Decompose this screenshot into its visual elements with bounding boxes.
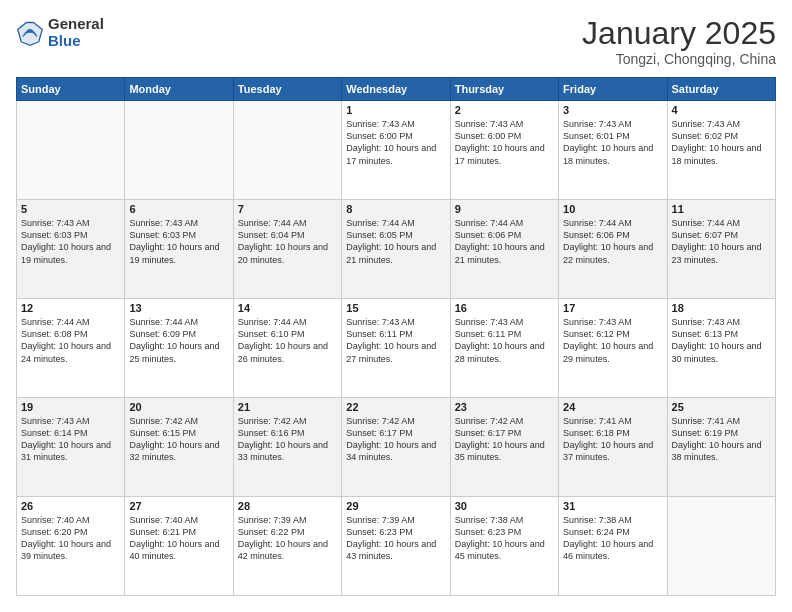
calendar-cell (17, 101, 125, 200)
calendar-cell: 26Sunrise: 7:40 AM Sunset: 6:20 PM Dayli… (17, 497, 125, 596)
day-number: 5 (21, 203, 120, 215)
day-number: 22 (346, 401, 445, 413)
calendar-cell: 31Sunrise: 7:38 AM Sunset: 6:24 PM Dayli… (559, 497, 667, 596)
day-number: 16 (455, 302, 554, 314)
cell-text: Sunrise: 7:39 AM Sunset: 6:22 PM Dayligh… (238, 514, 337, 563)
calendar-cell: 5Sunrise: 7:43 AM Sunset: 6:03 PM Daylig… (17, 200, 125, 299)
calendar-cell: 21Sunrise: 7:42 AM Sunset: 6:16 PM Dayli… (233, 398, 341, 497)
calendar-cell: 16Sunrise: 7:43 AM Sunset: 6:11 PM Dayli… (450, 299, 558, 398)
day-number: 9 (455, 203, 554, 215)
cell-text: Sunrise: 7:39 AM Sunset: 6:23 PM Dayligh… (346, 514, 445, 563)
location: Tongzi, Chongqing, China (582, 51, 776, 67)
calendar-cell: 6Sunrise: 7:43 AM Sunset: 6:03 PM Daylig… (125, 200, 233, 299)
cell-text: Sunrise: 7:43 AM Sunset: 6:00 PM Dayligh… (455, 118, 554, 167)
day-number: 19 (21, 401, 120, 413)
cell-text: Sunrise: 7:43 AM Sunset: 6:01 PM Dayligh… (563, 118, 662, 167)
calendar-cell (125, 101, 233, 200)
day-number: 1 (346, 104, 445, 116)
cell-text: Sunrise: 7:44 AM Sunset: 6:08 PM Dayligh… (21, 316, 120, 365)
calendar-cell: 15Sunrise: 7:43 AM Sunset: 6:11 PM Dayli… (342, 299, 450, 398)
cell-text: Sunrise: 7:42 AM Sunset: 6:15 PM Dayligh… (129, 415, 228, 464)
day-number: 20 (129, 401, 228, 413)
cell-text: Sunrise: 7:41 AM Sunset: 6:19 PM Dayligh… (672, 415, 771, 464)
day-number: 13 (129, 302, 228, 314)
logo: General Blue (16, 16, 104, 49)
calendar-cell: 12Sunrise: 7:44 AM Sunset: 6:08 PM Dayli… (17, 299, 125, 398)
day-number: 12 (21, 302, 120, 314)
cell-text: Sunrise: 7:43 AM Sunset: 6:11 PM Dayligh… (346, 316, 445, 365)
calendar-cell: 8Sunrise: 7:44 AM Sunset: 6:05 PM Daylig… (342, 200, 450, 299)
column-header-wednesday: Wednesday (342, 78, 450, 101)
cell-text: Sunrise: 7:40 AM Sunset: 6:20 PM Dayligh… (21, 514, 120, 563)
day-number: 28 (238, 500, 337, 512)
day-number: 23 (455, 401, 554, 413)
week-row-2: 5Sunrise: 7:43 AM Sunset: 6:03 PM Daylig… (17, 200, 776, 299)
calendar-cell: 4Sunrise: 7:43 AM Sunset: 6:02 PM Daylig… (667, 101, 775, 200)
cell-text: Sunrise: 7:43 AM Sunset: 6:00 PM Dayligh… (346, 118, 445, 167)
calendar-cell: 27Sunrise: 7:40 AM Sunset: 6:21 PM Dayli… (125, 497, 233, 596)
cell-text: Sunrise: 7:43 AM Sunset: 6:13 PM Dayligh… (672, 316, 771, 365)
title-area: January 2025 Tongzi, Chongqing, China (582, 16, 776, 67)
cell-text: Sunrise: 7:42 AM Sunset: 6:16 PM Dayligh… (238, 415, 337, 464)
day-number: 6 (129, 203, 228, 215)
cell-text: Sunrise: 7:38 AM Sunset: 6:23 PM Dayligh… (455, 514, 554, 563)
cell-text: Sunrise: 7:40 AM Sunset: 6:21 PM Dayligh… (129, 514, 228, 563)
day-number: 31 (563, 500, 662, 512)
week-row-4: 19Sunrise: 7:43 AM Sunset: 6:14 PM Dayli… (17, 398, 776, 497)
day-number: 8 (346, 203, 445, 215)
cell-text: Sunrise: 7:42 AM Sunset: 6:17 PM Dayligh… (455, 415, 554, 464)
calendar-cell: 17Sunrise: 7:43 AM Sunset: 6:12 PM Dayli… (559, 299, 667, 398)
day-number: 3 (563, 104, 662, 116)
logo-general: General (48, 16, 104, 33)
calendar-cell: 10Sunrise: 7:44 AM Sunset: 6:06 PM Dayli… (559, 200, 667, 299)
calendar-cell: 7Sunrise: 7:44 AM Sunset: 6:04 PM Daylig… (233, 200, 341, 299)
calendar-cell: 3Sunrise: 7:43 AM Sunset: 6:01 PM Daylig… (559, 101, 667, 200)
calendar-cell (667, 497, 775, 596)
page: General Blue January 2025 Tongzi, Chongq… (0, 0, 792, 612)
column-header-friday: Friday (559, 78, 667, 101)
column-header-sunday: Sunday (17, 78, 125, 101)
logo-icon (16, 19, 44, 47)
cell-text: Sunrise: 7:44 AM Sunset: 6:09 PM Dayligh… (129, 316, 228, 365)
calendar-header-row: SundayMondayTuesdayWednesdayThursdayFrid… (17, 78, 776, 101)
calendar-cell: 22Sunrise: 7:42 AM Sunset: 6:17 PM Dayli… (342, 398, 450, 497)
day-number: 2 (455, 104, 554, 116)
calendar-cell (233, 101, 341, 200)
calendar-cell: 14Sunrise: 7:44 AM Sunset: 6:10 PM Dayli… (233, 299, 341, 398)
cell-text: Sunrise: 7:44 AM Sunset: 6:10 PM Dayligh… (238, 316, 337, 365)
column-header-thursday: Thursday (450, 78, 558, 101)
calendar-cell: 13Sunrise: 7:44 AM Sunset: 6:09 PM Dayli… (125, 299, 233, 398)
calendar: SundayMondayTuesdayWednesdayThursdayFrid… (16, 77, 776, 596)
day-number: 10 (563, 203, 662, 215)
calendar-cell: 2Sunrise: 7:43 AM Sunset: 6:00 PM Daylig… (450, 101, 558, 200)
week-row-1: 1Sunrise: 7:43 AM Sunset: 6:00 PM Daylig… (17, 101, 776, 200)
column-header-saturday: Saturday (667, 78, 775, 101)
cell-text: Sunrise: 7:43 AM Sunset: 6:14 PM Dayligh… (21, 415, 120, 464)
day-number: 4 (672, 104, 771, 116)
calendar-cell: 11Sunrise: 7:44 AM Sunset: 6:07 PM Dayli… (667, 200, 775, 299)
calendar-cell: 19Sunrise: 7:43 AM Sunset: 6:14 PM Dayli… (17, 398, 125, 497)
cell-text: Sunrise: 7:43 AM Sunset: 6:11 PM Dayligh… (455, 316, 554, 365)
cell-text: Sunrise: 7:43 AM Sunset: 6:03 PM Dayligh… (129, 217, 228, 266)
cell-text: Sunrise: 7:42 AM Sunset: 6:17 PM Dayligh… (346, 415, 445, 464)
cell-text: Sunrise: 7:44 AM Sunset: 6:06 PM Dayligh… (563, 217, 662, 266)
day-number: 21 (238, 401, 337, 413)
calendar-cell: 30Sunrise: 7:38 AM Sunset: 6:23 PM Dayli… (450, 497, 558, 596)
calendar-cell: 29Sunrise: 7:39 AM Sunset: 6:23 PM Dayli… (342, 497, 450, 596)
cell-text: Sunrise: 7:43 AM Sunset: 6:02 PM Dayligh… (672, 118, 771, 167)
calendar-cell: 23Sunrise: 7:42 AM Sunset: 6:17 PM Dayli… (450, 398, 558, 497)
cell-text: Sunrise: 7:43 AM Sunset: 6:03 PM Dayligh… (21, 217, 120, 266)
week-row-5: 26Sunrise: 7:40 AM Sunset: 6:20 PM Dayli… (17, 497, 776, 596)
month-title: January 2025 (582, 16, 776, 51)
column-header-tuesday: Tuesday (233, 78, 341, 101)
column-header-monday: Monday (125, 78, 233, 101)
calendar-cell: 20Sunrise: 7:42 AM Sunset: 6:15 PM Dayli… (125, 398, 233, 497)
day-number: 7 (238, 203, 337, 215)
day-number: 24 (563, 401, 662, 413)
day-number: 15 (346, 302, 445, 314)
calendar-cell: 28Sunrise: 7:39 AM Sunset: 6:22 PM Dayli… (233, 497, 341, 596)
day-number: 30 (455, 500, 554, 512)
cell-text: Sunrise: 7:44 AM Sunset: 6:06 PM Dayligh… (455, 217, 554, 266)
calendar-cell: 9Sunrise: 7:44 AM Sunset: 6:06 PM Daylig… (450, 200, 558, 299)
cell-text: Sunrise: 7:44 AM Sunset: 6:07 PM Dayligh… (672, 217, 771, 266)
